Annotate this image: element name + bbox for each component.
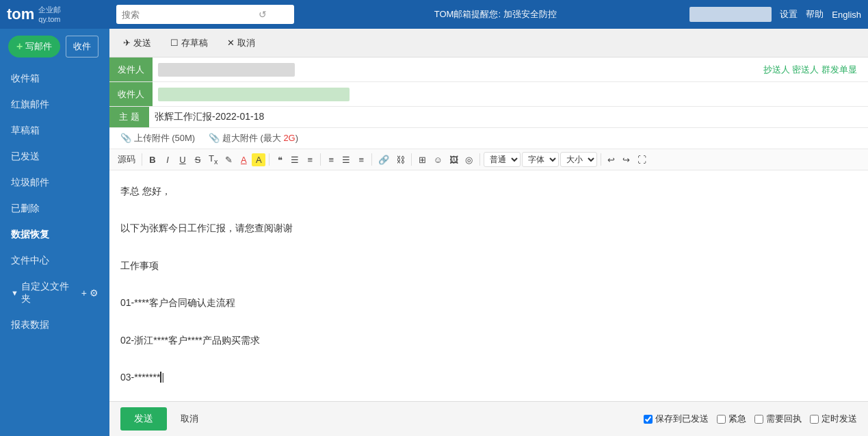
font-color-btn[interactable]: A bbox=[237, 153, 250, 166]
sidebar-item-draft[interactable]: 草稿箱 bbox=[0, 118, 109, 144]
send-button[interactable]: 发送 bbox=[120, 407, 167, 431]
language-link[interactable]: English bbox=[832, 10, 861, 20]
settings-folder-icon[interactable]: ⚙ bbox=[90, 287, 98, 298]
sidebar-item-trash[interactable]: 已删除 bbox=[0, 196, 109, 222]
underline-btn[interactable]: U bbox=[176, 153, 189, 166]
settings-link[interactable]: 设置 bbox=[780, 8, 798, 21]
strikethrough-btn[interactable]: S bbox=[191, 153, 205, 166]
bottom-options: 保存到已发送 紧急 需要回执 定时发送 bbox=[644, 413, 857, 425]
circle-btn[interactable]: ◎ bbox=[462, 153, 476, 166]
bg-color-btn[interactable]: A bbox=[252, 153, 265, 166]
search-input[interactable] bbox=[122, 10, 259, 20]
need-reply-checkbox[interactable] bbox=[754, 415, 763, 424]
draft-toolbar-button[interactable]: ☐ 存草稿 bbox=[168, 36, 211, 51]
emoji-btn[interactable]: ☺ bbox=[430, 153, 445, 166]
timed-send-option[interactable]: 定时发送 bbox=[810, 413, 857, 425]
editor-toolbar: 源码 B I U S Tx ✎ A A ❝ ☰ ≡ ≡ ☰ ≡ 🔗 ⛓ bbox=[109, 149, 868, 170]
header-right: 设置 帮助 English bbox=[689, 7, 861, 22]
urgent-checkbox[interactable] bbox=[717, 415, 726, 424]
compose-toolbar: ✈ 发送 ☐ 存草稿 ✕ 取消 bbox=[109, 29, 868, 57]
unlink-btn[interactable]: ⛓ bbox=[393, 153, 408, 166]
sidebar-item-inbox[interactable]: 收件箱 bbox=[0, 66, 109, 92]
cc-bcc-links[interactable]: 抄送人 密送人 群发单显 bbox=[763, 64, 868, 76]
subject-label: 主 题 bbox=[109, 107, 149, 127]
header-notice: TOM邮箱提醒您: 加强安全防控 bbox=[301, 8, 689, 21]
divider1 bbox=[142, 153, 142, 166]
body-line-7 bbox=[120, 313, 857, 330]
attachment2-icon: 📎 bbox=[209, 133, 220, 143]
body-line-0: 李总 您好， bbox=[120, 183, 857, 200]
send-toolbar-button[interactable]: ✈ 发送 bbox=[120, 36, 154, 51]
from-value-bar bbox=[158, 63, 295, 77]
body-line-9 bbox=[120, 350, 857, 368]
cancel-toolbar-button[interactable]: ✕ 取消 bbox=[224, 36, 258, 51]
receive-button[interactable]: 收件 bbox=[66, 36, 98, 57]
sidebar: + 写邮件 收件 收件箱 红旗邮件 草稿箱 已发送 垃圾邮件 已删除 数据恢复 … bbox=[0, 29, 109, 436]
body-line-2: 以下为张辉今日工作汇报，请您查阅谢谢 bbox=[120, 220, 857, 237]
plus-icon: + bbox=[16, 40, 23, 53]
italic-btn[interactable]: I bbox=[161, 153, 174, 166]
size-select[interactable]: 大小 bbox=[560, 152, 597, 167]
divider2 bbox=[269, 153, 269, 166]
editor-body[interactable]: 李总 您好， 以下为张辉今日工作汇报，请您查阅谢谢 工作事项 01-****客户… bbox=[109, 170, 868, 401]
table-btn[interactable]: ⊞ bbox=[415, 153, 429, 166]
urgent-option[interactable]: 紧急 bbox=[717, 413, 746, 425]
from-input-area[interactable] bbox=[153, 60, 763, 79]
sidebar-item-filecenter[interactable]: 文件中心 bbox=[0, 248, 109, 274]
logo-area: tom 企业邮 qy.tom bbox=[7, 5, 116, 25]
divider3 bbox=[320, 153, 321, 166]
save-sent-checkbox[interactable] bbox=[644, 415, 653, 424]
list-ol-btn[interactable]: ≡ bbox=[303, 153, 317, 166]
compose-bottom: 发送 取消 保存到已发送 紧急 需要回执 bbox=[109, 401, 868, 436]
source-btn[interactable]: 源码 bbox=[115, 152, 138, 167]
body-line-6: 01-****客户合同确认走流程 bbox=[120, 294, 857, 311]
write-email-button[interactable]: + 写邮件 bbox=[8, 36, 60, 57]
sidebar-item-redflag[interactable]: 红旗邮件 bbox=[0, 92, 109, 118]
sidebar-item-sent[interactable]: 已发送 bbox=[0, 144, 109, 170]
to-input-area[interactable] bbox=[153, 85, 868, 104]
redo-btn[interactable]: ↪ bbox=[620, 153, 633, 166]
body-line-4: 工作事项 bbox=[120, 257, 857, 274]
cancel-button[interactable]: 取消 bbox=[175, 409, 204, 429]
help-link[interactable]: 帮助 bbox=[806, 8, 824, 21]
compose-content: ✈ 发送 ☐ 存草稿 ✕ 取消 发件人 抄送人 密送人 群发单显 bbox=[109, 29, 868, 436]
subscript-btn[interactable]: Tx bbox=[206, 152, 220, 167]
divider5 bbox=[411, 153, 412, 166]
to-row: 收件人 bbox=[109, 82, 868, 107]
undo-btn[interactable]: ↩ bbox=[605, 153, 618, 166]
divider4 bbox=[371, 153, 372, 166]
link-btn[interactable]: 🔗 bbox=[376, 153, 392, 166]
large-attachment-link[interactable]: 📎 超大附件 (最大 2G) bbox=[209, 132, 298, 144]
timed-send-checkbox[interactable] bbox=[810, 415, 819, 424]
sidebar-custom-folder[interactable]: ▼ 自定义文件夹 + ⚙ bbox=[0, 274, 109, 312]
image-btn[interactable]: 🖼 bbox=[447, 153, 461, 166]
align-center-btn[interactable]: ☰ bbox=[339, 153, 353, 166]
arrow-icon: ▼ bbox=[11, 289, 18, 297]
align-right-btn[interactable]: ≡ bbox=[354, 153, 368, 166]
body-line-3 bbox=[120, 239, 857, 256]
search-refresh-icon[interactable]: ↺ bbox=[259, 9, 267, 20]
need-reply-option[interactable]: 需要回执 bbox=[754, 413, 802, 425]
sidebar-item-report[interactable]: 报表数据 bbox=[0, 312, 109, 338]
save-sent-option[interactable]: 保存到已发送 bbox=[644, 413, 709, 425]
align-left-btn[interactable]: ≡ bbox=[324, 153, 338, 166]
subject-value[interactable]: 张辉工作汇报-2022-01-18 bbox=[149, 107, 868, 127]
bold-btn[interactable]: B bbox=[146, 153, 159, 166]
user-info-bar bbox=[689, 7, 772, 22]
upload-attachment-link[interactable]: 📎 上传附件 (50M) bbox=[120, 132, 195, 144]
paragraph-select[interactable]: 普通 bbox=[484, 152, 521, 167]
font-select[interactable]: 字体 bbox=[522, 152, 559, 167]
sidebar-item-junk[interactable]: 垃圾邮件 bbox=[0, 170, 109, 196]
to-value-bar bbox=[158, 88, 350, 101]
fullscreen-btn[interactable]: ⛶ bbox=[635, 153, 649, 166]
search-bar[interactable]: ↺ bbox=[116, 5, 294, 24]
pencil-btn[interactable]: ✎ bbox=[222, 153, 235, 166]
sidebar-item-recovery[interactable]: 数据恢复 bbox=[0, 222, 109, 248]
body-line-10[interactable]: 03-*******| bbox=[120, 369, 857, 386]
logo-qiye: 企业邮 qy.tom bbox=[38, 5, 61, 25]
list-ul-btn[interactable]: ☰ bbox=[288, 153, 302, 166]
draft-icon: ☐ bbox=[170, 38, 179, 48]
add-folder-icon[interactable]: + bbox=[81, 287, 87, 298]
quote-btn[interactable]: ❝ bbox=[273, 153, 287, 166]
divider7 bbox=[601, 153, 601, 166]
